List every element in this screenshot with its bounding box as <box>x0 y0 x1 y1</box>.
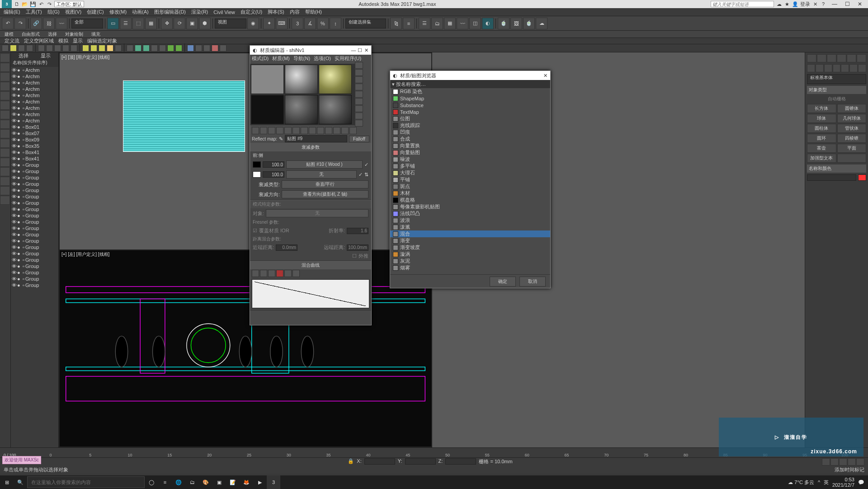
start-button[interactable]: ⊞ <box>0 475 14 489</box>
tray-chevron-icon[interactable]: ^ <box>818 480 820 485</box>
freeze-icon[interactable]: ● <box>17 124 22 130</box>
menu-tools[interactable]: 工具(T) <box>26 9 42 15</box>
region-rect-button[interactable]: ⬚ <box>132 18 144 29</box>
a360-button[interactable]: ☁ <box>536 18 547 29</box>
material-slot[interactable] <box>251 95 284 124</box>
browser-item[interactable]: 斑点 <box>390 183 550 190</box>
refcoord-dropdown[interactable]: 视图 <box>215 19 246 28</box>
goto-start[interactable] <box>822 458 830 465</box>
freeze-icon[interactable]: ● <box>17 282 22 288</box>
freeze-icon[interactable]: ● <box>17 194 22 199</box>
color2-swatch[interactable] <box>253 171 261 178</box>
star-icon[interactable]: ★ <box>784 1 790 7</box>
freeze-icon[interactable]: ● <box>17 169 22 174</box>
browser-item[interactable]: 棋盘格 <box>390 197 550 203</box>
visibility-icon[interactable]: 👁 <box>12 112 16 117</box>
menu-render[interactable]: 渲染(R) <box>191 9 208 15</box>
visibility-icon[interactable]: 👁 <box>12 175 16 180</box>
browser-item[interactable]: 漩涡 <box>390 251 550 258</box>
freeze-icon[interactable]: ● <box>17 156 22 161</box>
color1-swatch[interactable] <box>253 161 261 168</box>
scene-explorer-button[interactable]: 🗂 <box>431 18 443 29</box>
browser-item[interactable]: 大理石 <box>390 169 550 176</box>
outliner-item[interactable]: 👁●▫Box35 <box>11 143 58 149</box>
visibility-icon[interactable]: 👁 <box>12 169 16 174</box>
outliner-item[interactable]: 👁●▫Group <box>11 282 58 288</box>
outliner-item[interactable]: 👁●▫Archm <box>11 105 58 111</box>
visibility-icon[interactable]: 👁 <box>12 238 16 244</box>
next-frame[interactable] <box>848 458 856 465</box>
cat-geometry[interactable] <box>807 64 815 72</box>
outliner-item[interactable]: 👁●▫Archm <box>11 86 58 92</box>
visibility-icon[interactable]: 👁 <box>12 276 16 282</box>
link-button[interactable]: 🔗 <box>30 18 42 29</box>
outliner-item[interactable]: 👁●▫Group <box>11 174 58 181</box>
freeze-icon[interactable]: ● <box>17 99 22 104</box>
browser-item[interactable]: 渐变 <box>390 237 550 244</box>
direct-light-icon[interactable] <box>99 45 105 52</box>
cortana-icon[interactable]: ≡ <box>158 475 172 489</box>
browser-item[interactable]: 噪波 <box>390 156 550 163</box>
outliner-item[interactable]: 👁●▫Group <box>11 219 58 225</box>
menu-modify[interactable]: 修改(M) <box>109 9 127 15</box>
visibility-icon[interactable]: 👁 <box>12 67 16 73</box>
freeze-icon[interactable]: ● <box>17 80 22 85</box>
material-slot[interactable] <box>285 65 318 94</box>
viewport-left[interactable]: [+] [左] [用户定义] [线框] <box>59 250 432 447</box>
visibility-icon[interactable]: 👁 <box>12 74 16 79</box>
freeze-icon[interactable]: ● <box>17 276 22 282</box>
outliner-item[interactable]: 👁●▫Group <box>11 238 58 244</box>
visibility-icon[interactable]: 👁 <box>12 194 16 199</box>
visibility-icon[interactable]: 👁 <box>12 200 16 206</box>
scale-button[interactable]: ▣ <box>186 18 198 29</box>
sample-type-icon[interactable] <box>355 62 363 69</box>
visibility-icon[interactable]: 👁 <box>12 213 16 218</box>
pick-icon[interactable]: ✎ <box>279 136 283 142</box>
decay-dir-dropdown[interactable]: 查看方向(摄影机 Z 轴) <box>282 190 368 198</box>
toggle-ribbon-button[interactable]: ▦ <box>444 18 456 29</box>
rotate-button[interactable]: ⟳ <box>174 18 185 29</box>
schematic-button[interactable]: ◫ <box>469 18 481 29</box>
browser-item[interactable]: 向量置换 <box>390 142 550 149</box>
enable1-check[interactable]: ✓ <box>364 162 368 168</box>
pivot-button[interactable]: ◉ <box>247 18 259 29</box>
outliner-item[interactable]: 👁●▫Box41 <box>11 155 58 162</box>
close-button[interactable]: ✕ <box>854 1 866 7</box>
open-icon[interactable]: 📂 <box>22 1 28 7</box>
browser-item[interactable]: TextMap <box>390 108 550 115</box>
freeze-icon[interactable]: ● <box>17 251 22 256</box>
workspace-dropdown[interactable]: 工作区: 默认 <box>54 1 84 7</box>
max-button[interactable]: ☐ <box>841 1 854 7</box>
dlg-close[interactable]: ✕ <box>363 47 369 53</box>
map-name-dropdown[interactable] <box>285 135 347 142</box>
falloff-type-button[interactable]: Falloff <box>349 136 369 142</box>
outliner-item[interactable]: 👁●▫Group <box>11 212 58 219</box>
enable2-check[interactable]: ✓ <box>359 172 363 178</box>
browser-item[interactable]: 木材 <box>390 190 550 197</box>
browser-item[interactable]: 每像素摄影机贴图 <box>390 203 550 210</box>
align-button[interactable]: ≡ <box>403 18 415 29</box>
cmdtab-modify[interactable] <box>817 54 826 62</box>
visibility-icon[interactable]: 👁 <box>12 188 16 193</box>
app2-icon[interactable]: ▶ <box>253 475 267 489</box>
dummy-icon[interactable] <box>2 45 9 52</box>
dlg-min[interactable]: — <box>350 47 357 53</box>
menu-edit[interactable]: 编辑(E) <box>4 9 20 15</box>
ribbon-tab[interactable]: 对象绘制 <box>65 31 83 38</box>
primitive-button[interactable]: 加强型文本 <box>807 154 836 163</box>
clock[interactable]: 0:532021/12/7 <box>832 477 854 488</box>
decay-type-dropdown[interactable]: 垂直/平行 <box>282 180 368 188</box>
mix-curve-graph[interactable] <box>252 279 369 308</box>
outliner-item[interactable]: 👁●▫Archm <box>11 73 58 80</box>
amount2-spinner[interactable] <box>263 171 284 178</box>
outliner-item[interactable]: 👁●▫Box09 <box>11 136 58 143</box>
outliner-item[interactable]: 👁●▫Group <box>11 244 58 250</box>
cloud-icon[interactable]: ☁ <box>776 1 782 7</box>
move-button[interactable]: ✥ <box>161 18 173 29</box>
browser-item[interactable]: 灰泥 <box>390 258 550 264</box>
menu-anim[interactable]: 动画(A) <box>132 9 149 15</box>
browser-item[interactable]: 合成 <box>390 136 550 142</box>
curve-move-icon[interactable] <box>252 270 259 277</box>
placement-button[interactable]: ⬢ <box>199 18 211 29</box>
curve-delete-icon[interactable] <box>276 270 283 277</box>
